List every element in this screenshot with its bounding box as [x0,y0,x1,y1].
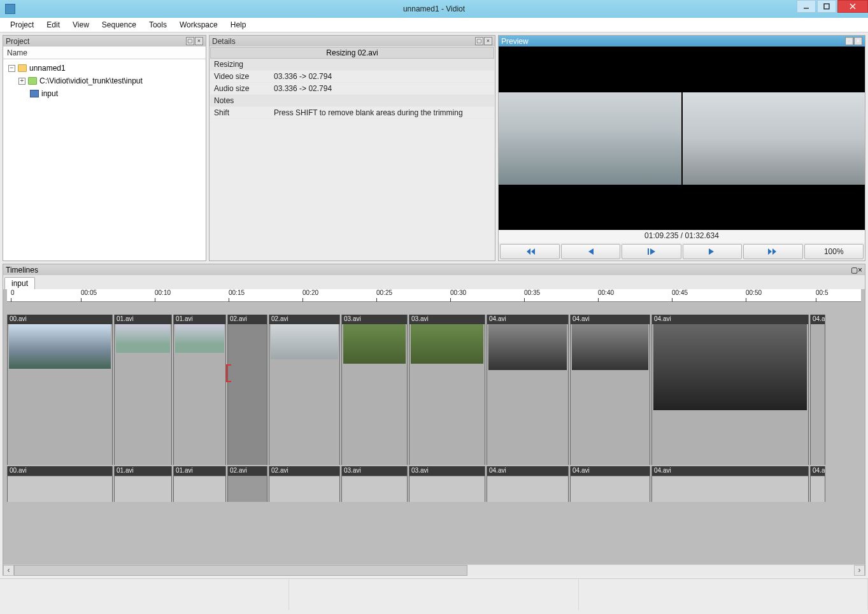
clip-thumbnail [488,324,567,370]
details-panel-header[interactable]: Details ▢ × [210,36,495,46]
details-heading: Resizing 02.avi [210,47,494,59]
video-clip[interactable]: 04.a [810,315,825,465]
project-column-header[interactable]: Name [3,46,206,59]
collapse-icon[interactable]: − [8,65,15,72]
transport-begin-button[interactable] [500,244,560,259]
timelines-header[interactable]: Timelines ▢ × [3,264,865,275]
expand-icon[interactable]: + [18,78,25,85]
window-controls [795,0,868,14]
panel-dock-icon[interactable]: ▢ [851,266,858,275]
preview-timecode: 01:09.235 / 01:32.634 [499,230,865,243]
menu-workspace[interactable]: Workspace [173,19,224,31]
audio-clip[interactable]: 03.avi [409,466,485,502]
preview-frame-left [499,92,681,185]
timeline-horizontal-scrollbar[interactable]: ‹ › [3,564,865,575]
scrollbar-track[interactable] [14,565,854,576]
ruler-tick: 00:45 [672,289,688,296]
scrollbar-thumb[interactable] [14,565,467,576]
clip-thumbnail [9,324,111,369]
scroll-right-icon[interactable]: › [854,565,865,576]
video-clip[interactable]: 04.avi [570,315,650,465]
timeline-body[interactable]: 0 00:05 00:10 00:15 00:20 00:25 00:30 00… [3,289,865,564]
preview-letterbox-bottom [499,186,865,231]
tree-root-label: unnamed1 [29,64,66,73]
project-panel-header[interactable]: Project ▢ × [3,36,206,46]
project-tree[interactable]: − unnamed1 + C:\Vidiot\vidiot_trunk\test… [3,59,206,261]
status-bar [0,578,868,610]
audio-clip[interactable]: 00.avi [7,466,113,502]
timeline-ruler[interactable]: 0 00:05 00:10 00:15 00:20 00:25 00:30 00… [7,289,861,302]
panel-dock-icon[interactable]: ▢ [186,37,194,45]
ruler-tick: 00:35 [524,289,540,296]
audio-clip[interactable]: 04.avi [487,466,569,502]
panel-dock-icon[interactable]: ▢ [475,37,483,45]
video-clip[interactable]: 00.avi [7,315,113,465]
preview-zoom[interactable]: 100% [804,244,864,259]
details-section-resizing: Resizing [210,59,494,71]
timeline-tab[interactable]: input [4,277,35,289]
video-clip-selected[interactable]: 02.avi [227,315,267,465]
close-button[interactable] [837,0,868,13]
video-clip[interactable]: 01.avi [114,315,172,465]
preview-panel-header[interactable]: Preview ▢ × [499,36,865,46]
timelines-panel: Timelines ▢ × input 0 00:05 00:10 00:15 … [3,264,865,576]
trim-handle-icon[interactable] [226,364,231,382]
menu-tools[interactable]: Tools [143,19,173,31]
menu-edit[interactable]: Edit [40,19,66,31]
panel-dock-icon[interactable]: ▢ [845,37,853,45]
menu-help[interactable]: Help [224,19,253,31]
folder-home-icon [28,77,37,85]
timelines-title: Timelines [6,266,38,275]
video-clip[interactable]: 03.avi [341,315,408,465]
preview-letterbox-top [499,46,865,91]
transport-prev-button[interactable] [561,244,621,259]
transport-bar: 100% [499,243,865,261]
video-clip[interactable]: 03.avi [409,315,485,465]
ruler-tick: 00:05 [81,289,97,296]
audio-clip-selected[interactable]: 02.avi [227,466,267,502]
video-clip[interactable]: 04.avi [651,315,809,465]
panel-close-icon[interactable]: × [854,37,862,45]
ruler-tick: 00:15 [229,289,245,296]
shift-key: Shift [210,107,270,119]
menu-view[interactable]: View [66,19,96,31]
preview-frame-right [683,92,865,185]
menu-sequence[interactable]: Sequence [96,19,143,31]
audio-clip[interactable]: 01.avi [173,466,226,502]
audio-clip[interactable]: 01.avi [114,466,172,502]
transport-play-button[interactable] [622,244,681,259]
ruler-tick: 00:5 [816,289,828,296]
scroll-left-icon[interactable]: ‹ [3,565,14,576]
minimize-button[interactable] [797,0,816,13]
video-clip[interactable]: 04.avi [487,315,569,465]
tree-folder[interactable]: + C:\Vidiot\vidiot_trunk\test\input [6,75,203,87]
project-panel: Project ▢ × Name − unnamed1 + C:\Vidiot\… [3,35,206,261]
audio-track[interactable]: 00.avi 01.avi 01.avi 02.avi 02.avi 03.av… [7,466,861,502]
window-title: unnamed1 - Vidiot [403,4,465,13]
panel-close-icon[interactable]: × [484,37,492,45]
preview-video-area[interactable] [499,46,865,230]
shift-value: Press SHIFT to remove blank areas during… [270,107,494,119]
audio-clip[interactable]: 02.avi [269,466,340,502]
ruler-tick: 00:10 [155,289,171,296]
maximize-button[interactable] [817,0,836,13]
panel-close-icon[interactable]: × [195,37,203,45]
clip-thumbnail [343,324,406,364]
video-size-key: Video size [210,71,270,83]
transport-next-button[interactable] [683,244,743,259]
menu-project[interactable]: Project [4,19,40,31]
video-clip[interactable]: 01.avi [173,315,226,465]
transport-end-button[interactable] [743,244,803,259]
audio-clip[interactable]: 04.avi [570,466,650,502]
audio-clip[interactable]: 04.a [810,466,825,502]
tree-sequence[interactable]: input [6,87,203,100]
ruler-tick: 00:30 [450,289,466,296]
tree-root[interactable]: − unnamed1 [6,62,203,75]
audio-clip[interactable]: 04.avi [651,466,809,502]
project-panel-title: Project [6,37,29,46]
preview-panel-title: Preview [501,37,529,46]
video-track[interactable]: 00.avi 01.avi 01.avi 02.avi 02.avi 03.av… [7,315,861,465]
panel-close-icon[interactable]: × [858,266,862,275]
video-clip[interactable]: 02.avi [269,315,340,465]
audio-clip[interactable]: 03.avi [341,466,408,502]
